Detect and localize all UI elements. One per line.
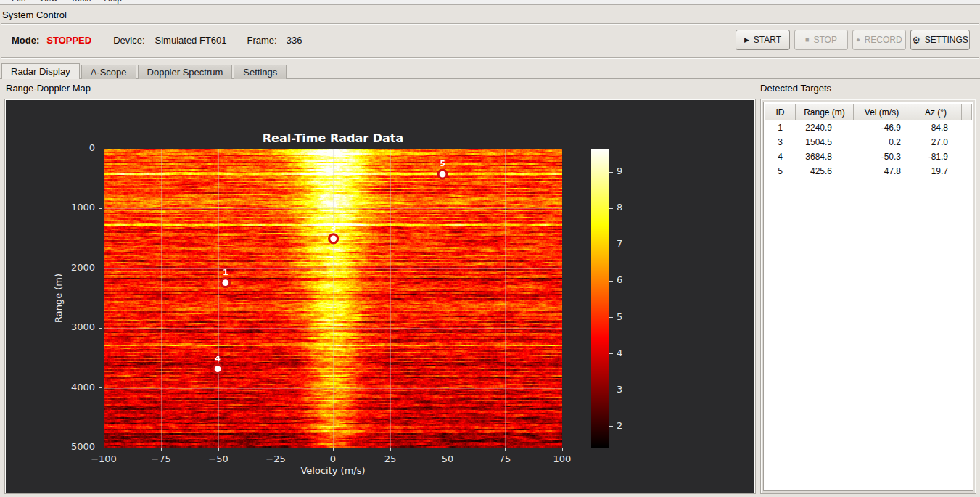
groupbox-bottom-border [1,57,979,59]
stop-icon: ■ [805,37,809,44]
y-tick [99,448,102,448]
colorbar-tick [609,426,613,427]
control-buttons: ▶ START ■ STOP ● RECORD ⚙ SETTINGS [736,30,970,50]
x-tick-label: 50 [426,453,469,464]
colorbar-tick [609,172,613,173]
menu-view[interactable]: View [32,0,64,4]
colorbar-tick [609,208,613,209]
table-body: 12240.9-46.984.831504.50.227.043684.8-50… [765,120,972,178]
x-tick-label: −100 [82,453,125,464]
stop-button[interactable]: ■ STOP [794,30,848,50]
colorbar-tick-label: 7 [617,238,622,249]
y-tick-label: 5000 [59,441,95,452]
table-row[interactable]: 12240.9-46.984.8 [765,120,972,135]
colorbar-tick-label: 4 [617,348,622,358]
record-button-label: RECORD [865,35,902,45]
x-tick [218,448,219,451]
tab-a-scope[interactable]: A-Scope [81,65,136,79]
table-cell: 1504.5 [796,135,855,149]
x-tick [562,448,563,451]
tab-doppler-spectrum[interactable]: Doppler Spectrum [138,65,233,79]
colorbar-tick-label: 9 [617,165,622,176]
table-row[interactable]: 31504.50.227.0 [765,135,972,149]
colorbar-tick-label: 5 [617,311,622,322]
mode-value: STOPPED [46,35,91,46]
stop-button-label: STOP [813,35,836,45]
start-button-label: START [754,35,781,45]
table-cell: 19.7 [912,164,964,178]
record-icon: ● [856,37,860,44]
detected-targets-title: Detected Targets [760,83,831,94]
range-doppler-plot: Real-Time Radar Data Velocity (m/s) Rang… [6,100,754,493]
colorbar-tick-label: 2 [617,420,622,431]
table-cell: 425.6 [796,164,855,178]
table-cell: 0.2 [855,135,912,149]
menu-tools[interactable]: Tools [64,0,97,4]
table-cell: 3 [765,135,796,149]
column-header-az[interactable]: Az (°) [910,104,962,120]
status-row: Mode: STOPPED Device: Simulated FT601 Fr… [12,30,302,50]
x-tick [390,448,391,451]
colorbar-tick-label: 3 [617,384,622,395]
detected-targets-table: ID Range (m) Vel (m/s) Az (°) 12240.9-46… [763,102,973,491]
x-tick [161,448,162,451]
chart-title: Real-Time Radar Data [104,131,562,145]
y-tick [99,387,102,388]
colorbar-tick-label: 6 [617,274,622,285]
menu-help[interactable]: Help [97,0,128,4]
table-cell: 5 [765,164,796,178]
x-tick [104,448,104,451]
tab-settings[interactable]: Settings [234,65,287,79]
range-doppler-map-title: Range-Doppler Map [6,83,91,94]
y-tick-label: 4000 [59,382,95,393]
colorbar-tick [609,245,613,245]
column-header-range[interactable]: Range (m) [795,104,854,120]
mode-label: Mode: [12,35,39,46]
y-axis-label: Range (m) [53,274,64,323]
radar-heatmap-canvas [104,149,562,448]
table-cell: 47.8 [855,164,912,178]
column-header-id[interactable]: ID [765,104,796,120]
y-tick-label: 0 [59,142,95,153]
y-tick [99,268,102,268]
start-button[interactable]: ▶ START [736,30,790,50]
x-tick-label: −75 [139,453,183,464]
x-tick-label: 75 [483,453,527,464]
system-control-title: System Control [2,9,67,20]
device-label: Device: [113,35,144,46]
y-tick [99,328,102,329]
column-header-vel[interactable]: Vel (m/s) [853,104,910,120]
table-cell: 84.8 [912,120,964,135]
x-tick [505,448,506,451]
table-cell: -50.3 [855,149,912,164]
x-tick [276,448,276,451]
table-row[interactable]: 43684.8-50.3-81.9 [765,149,972,164]
menu-file[interactable]: File [5,0,32,4]
table-row[interactable]: 5425.647.819.7 [765,164,972,178]
x-tick-label: 25 [368,453,412,464]
x-tick [333,448,334,451]
column-header-filler [961,104,972,120]
table-cell: 2240.9 [796,120,855,135]
y-tick [99,149,102,149]
settings-button[interactable]: ⚙ SETTINGS [910,30,970,50]
colorbar-tick [609,317,613,318]
groupbox-top-border [1,23,979,25]
y-tick-label: 2000 [59,262,95,273]
table-cell: -81.9 [912,149,964,164]
table-cell: 27.0 [912,135,964,149]
x-tick [448,448,448,451]
record-button[interactable]: ● RECORD [852,30,906,50]
y-tick-label: 3000 [59,321,95,332]
table-header-row: ID Range (m) Vel (m/s) Az (°) [765,104,972,120]
x-tick-label: 100 [540,453,584,464]
colorbar-tick [609,353,613,354]
x-tick-label: −50 [197,453,240,464]
gear-icon: ⚙ [912,36,921,45]
table-cell: 1 [765,120,796,135]
colorbar-tick [609,281,613,282]
y-tick-label: 1000 [59,202,95,213]
menu-bar: File View Tools Help [0,0,980,5]
table-cell: 3684.8 [796,149,855,164]
tab-radar-display[interactable]: Radar Display [1,63,80,79]
